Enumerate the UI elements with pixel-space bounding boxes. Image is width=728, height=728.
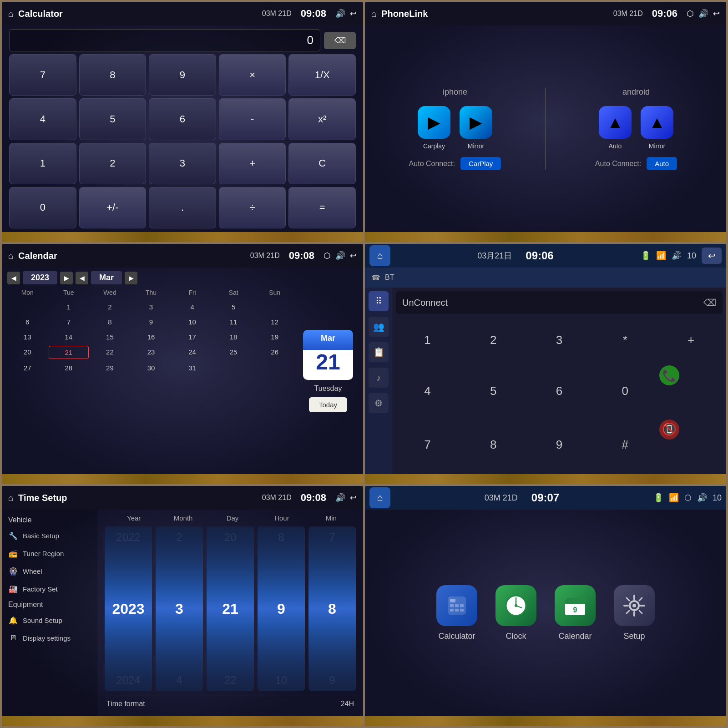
bt-btn-star[interactable]: * xyxy=(593,318,657,363)
cal-cell-30[interactable]: 30 xyxy=(131,362,172,374)
month-picker[interactable]: 2 3 4 xyxy=(156,526,203,691)
calculator-app[interactable]: Calculator xyxy=(436,585,477,641)
bt-backspace[interactable]: ⌫ xyxy=(703,297,716,308)
bt-btn-9[interactable]: 9 xyxy=(528,420,591,470)
bt-btn-6[interactable]: 6 xyxy=(528,365,591,416)
home-icon-cal[interactable]: ⌂ xyxy=(8,251,14,261)
cal-cell-18[interactable]: 18 xyxy=(213,331,254,343)
day-picker[interactable]: 20 21 22 xyxy=(207,526,254,691)
home-icon-ph[interactable]: ⌂ xyxy=(371,9,377,19)
cal-cell-4[interactable]: 4 xyxy=(172,301,212,313)
cal-cell-16[interactable]: 16 xyxy=(131,331,172,343)
volume-icon-ph[interactable]: 🔊 xyxy=(698,9,708,19)
volume-icon-bt[interactable]: 🔊 xyxy=(672,251,682,261)
bt-hangup-btn[interactable]: 📵 xyxy=(659,420,679,440)
auto-item[interactable]: ▲ Auto xyxy=(599,106,632,150)
setup-app[interactable]: Setup xyxy=(614,585,655,641)
calc-btn-dot[interactable]: . xyxy=(149,187,216,228)
cal-cell-31[interactable]: 31 xyxy=(172,362,212,374)
cal-cell-2[interactable]: 2 xyxy=(90,301,130,313)
calc-btn-neg[interactable]: +/- xyxy=(79,187,147,228)
calc-btn-7[interactable]: 7 xyxy=(9,54,76,96)
launcher-home-icon[interactable]: ⌂ xyxy=(369,487,390,508)
calc-btn-1[interactable]: 1 xyxy=(9,143,76,184)
cal-cell-6[interactable]: 6 xyxy=(7,316,48,328)
calendar-app-icon[interactable]: 9 xyxy=(555,585,596,626)
cal-cell-11[interactable]: 11 xyxy=(213,316,254,328)
back-icon-cal[interactable]: ↩ xyxy=(350,251,357,261)
hour-picker[interactable]: 8 9 10 xyxy=(258,526,305,691)
bt-music-btn[interactable]: ♪ xyxy=(369,368,389,388)
back-icon-ts[interactable]: ↩ xyxy=(350,493,357,503)
imirror-item[interactable]: ▶ Mirror xyxy=(460,106,492,150)
calc-btn-inv[interactable]: 1/X xyxy=(288,54,356,96)
cal-cell-21-today[interactable]: 21 xyxy=(49,346,89,359)
bt-btn-plus[interactable]: + xyxy=(659,318,723,363)
sound-setup-item[interactable]: 🔔 Sound Setup xyxy=(2,612,97,629)
cal-cell-1[interactable]: 1 xyxy=(49,301,89,313)
clock-app[interactable]: Clock xyxy=(495,585,536,641)
volume-icon-launcher[interactable]: 🔊 xyxy=(697,493,707,503)
cal-cell-22[interactable]: 22 xyxy=(90,346,130,359)
calculator-app-icon[interactable] xyxy=(436,585,477,626)
calc-btn-mul[interactable]: × xyxy=(219,54,286,96)
month-prev-btn[interactable]: ◀ xyxy=(76,272,88,284)
calc-btn-div[interactable]: ÷ xyxy=(219,187,286,228)
cal-cell-7[interactable]: 7 xyxy=(49,316,89,328)
home-icon[interactable]: ⌂ xyxy=(8,9,14,19)
cal-cell-14[interactable]: 14 xyxy=(49,331,89,343)
cal-cell-12[interactable]: 12 xyxy=(254,316,295,328)
calc-btn-5[interactable]: 5 xyxy=(79,98,147,140)
bt-btn-7[interactable]: 7 xyxy=(396,420,459,470)
factory-set-item[interactable]: 🏭 Factory Set xyxy=(2,580,97,598)
year-prev-btn[interactable]: ◀ xyxy=(7,272,20,284)
volume-icon[interactable]: 🔊 xyxy=(335,9,345,19)
volume-icon-ts[interactable]: 🔊 xyxy=(335,493,345,503)
calendar-app[interactable]: 9 Calendar xyxy=(555,585,596,641)
calc-btn-9[interactable]: 9 xyxy=(149,54,216,96)
calc-btn-2[interactable]: 2 xyxy=(79,143,147,184)
month-next-btn[interactable]: ▶ xyxy=(125,272,137,284)
basic-setup-item[interactable]: 🔧 Basic Setup xyxy=(2,527,97,545)
year-picker[interactable]: 2022 2023 2024 xyxy=(105,526,152,691)
cal-cell-5[interactable]: 5 xyxy=(213,301,254,313)
calc-btn-eq[interactable]: = xyxy=(288,187,356,228)
cal-cell-23[interactable]: 23 xyxy=(131,346,172,359)
cal-cell-3[interactable]: 3 xyxy=(131,301,172,313)
display-settings-item[interactable]: 🖥 Display settings xyxy=(2,629,97,647)
cal-cell-25[interactable]: 25 xyxy=(213,346,254,359)
carplay-auto-btn[interactable]: CarPlay xyxy=(460,157,501,170)
bt-recent-btn[interactable]: 📋 xyxy=(369,342,389,362)
volume-icon-cal[interactable]: 🔊 xyxy=(335,251,345,261)
backspace-button[interactable]: ⌫ xyxy=(324,32,356,49)
calc-btn-8[interactable]: 8 xyxy=(79,54,147,96)
calc-btn-3[interactable]: 3 xyxy=(149,143,216,184)
android-mirror-icon[interactable]: ▲ xyxy=(641,106,673,139)
cal-cell-20[interactable]: 20 xyxy=(7,346,48,359)
cal-cell-17[interactable]: 17 xyxy=(172,331,212,343)
cal-cell-26[interactable]: 26 xyxy=(254,346,295,359)
wheel-item[interactable]: 🎡 Wheel xyxy=(2,562,97,580)
home-icon-ts[interactable]: ⌂ xyxy=(8,493,14,503)
calc-btn-0[interactable]: 0 xyxy=(9,187,76,228)
cal-cell-27[interactable]: 27 xyxy=(7,362,48,374)
year-next-btn[interactable]: ▶ xyxy=(60,272,73,284)
back-icon[interactable]: ↩ xyxy=(350,9,357,19)
auto-icon[interactable]: ▲ xyxy=(599,106,632,139)
cal-cell-28[interactable]: 28 xyxy=(49,362,89,374)
bt-btn-1[interactable]: 1 xyxy=(396,318,459,363)
cal-cell-10[interactable]: 10 xyxy=(172,316,212,328)
bt-home-icon[interactable]: ⌂ xyxy=(369,245,390,266)
min-picker[interactable]: 7 8 9 xyxy=(308,526,356,691)
calc-btn-sq[interactable]: x² xyxy=(288,98,356,140)
imirror-icon[interactable]: ▶ xyxy=(460,106,492,139)
amirror-item[interactable]: ▲ Mirror xyxy=(641,106,673,150)
android-auto-btn[interactable]: Auto xyxy=(647,157,677,170)
cal-cell-8[interactable]: 8 xyxy=(90,316,130,328)
today-button[interactable]: Today xyxy=(309,397,347,412)
calc-btn-4[interactable]: 4 xyxy=(9,98,76,140)
back-icon-ph[interactable]: ↩ xyxy=(713,9,720,19)
bt-back-btn[interactable]: ↩ xyxy=(702,248,722,264)
bt-btn-0[interactable]: 0 xyxy=(593,365,657,416)
bt-btn-2[interactable]: 2 xyxy=(462,318,525,363)
